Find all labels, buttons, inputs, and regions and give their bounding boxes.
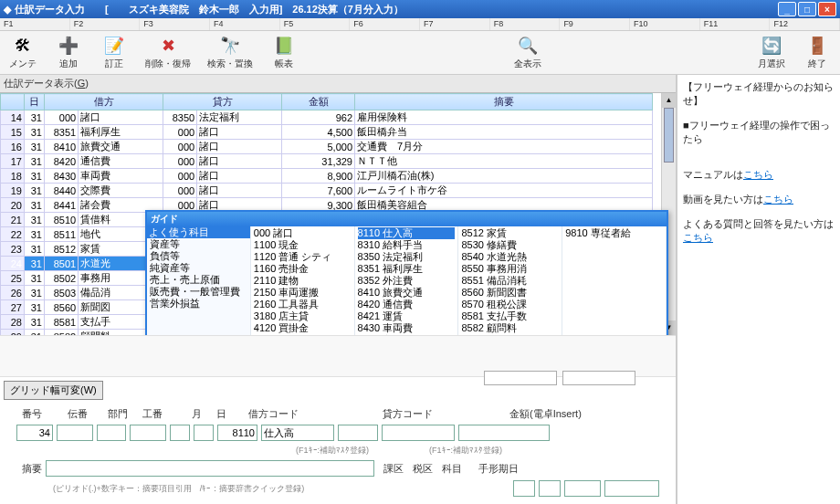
guide-item[interactable]: 4140 未払金 — [254, 334, 352, 335]
aux-input-2[interactable] — [562, 371, 635, 385]
memo-input[interactable] — [46, 460, 374, 477]
scroll-thumb[interactable] — [664, 108, 674, 163]
grid-width-button[interactable]: グリッド幅可変(W) — [4, 381, 103, 400]
guide-item[interactable]: 1120 普通 シティ — [254, 251, 352, 263]
guide-item[interactable]: 8351 福利厚生 — [358, 263, 456, 275]
maximize-button[interactable]: □ — [798, 2, 816, 16]
pencil-icon: 📝 — [103, 35, 125, 57]
guide-item[interactable]: 8350 法定福利 — [358, 251, 456, 263]
guide-item[interactable]: 8410 旅費交通 — [358, 287, 456, 299]
guide-cat-item[interactable]: 負債等 — [150, 250, 247, 262]
aux-input-1[interactable] — [484, 371, 557, 385]
no-input[interactable] — [16, 425, 53, 441]
kou-input[interactable] — [130, 425, 166, 441]
zei-label: 税区 — [413, 462, 433, 476]
amount-label: 金額(電卓Insert) — [509, 407, 582, 421]
guide-item-selected[interactable]: 8110 仕入高 — [358, 227, 456, 239]
table-row[interactable]: 18318430車両費000諸口8,900江戸川橋石油(株) — [1, 169, 653, 184]
fkey-F12: F12 — [770, 18, 840, 30]
crname-input[interactable] — [382, 425, 455, 441]
drname-input[interactable] — [261, 425, 334, 441]
drcode-label: 借方コード — [248, 407, 299, 421]
amount-input[interactable] — [458, 425, 550, 441]
faq-link[interactable]: こちら — [683, 232, 713, 243]
guide-item[interactable]: 8421 運賃 — [358, 310, 456, 322]
guide-item[interactable]: 1160 売掛金 — [254, 263, 352, 275]
guide-item[interactable]: 1100 現金 — [254, 239, 352, 251]
guide-item[interactable]: 2150 車両運搬 — [254, 287, 352, 299]
scroll-up-icon[interactable]: ▲ — [662, 93, 676, 108]
month-input[interactable] — [170, 425, 190, 441]
guide-cat-item[interactable]: 営業外損益 — [150, 298, 247, 310]
delete-button[interactable]: ✖削除・復帰 — [137, 32, 199, 74]
guide-item[interactable]: 8592 減価償却 — [461, 334, 559, 335]
delete-icon: ✖ — [157, 35, 179, 57]
table-row[interactable]: 19318440交際費000諸口7,600ルームライト市ケ谷 — [1, 184, 653, 198]
month-button[interactable]: 🔄月選択 — [749, 32, 794, 74]
table-row[interactable]: 15318351福利厚生000諸口4,500飯田橋弁当 — [1, 125, 653, 140]
exit-button[interactable]: 🚪終了 — [794, 32, 840, 74]
video-link[interactable]: こちら — [763, 194, 793, 205]
fkey-F4: F4 — [210, 18, 280, 30]
guide-item[interactable]: 8581 支払手数 — [461, 310, 559, 322]
guide-cat-item[interactable]: 販売費・一般管理費 — [150, 286, 247, 298]
magnifier-icon: 🔍 — [517, 35, 539, 57]
guide-item[interactable]: 000 諸口 — [254, 227, 352, 239]
edit-button[interactable]: 📝訂正 — [91, 32, 137, 74]
table-row[interactable]: 16318410旅費交通000諸口5,000交通費 7月分 — [1, 140, 653, 154]
add-button[interactable]: ➕追加 — [46, 32, 91, 74]
guide-item[interactable]: 8440 交際費 — [358, 334, 456, 335]
minimize-button[interactable]: _ — [778, 2, 796, 16]
guide-item[interactable]: 2160 工具器具 — [254, 299, 352, 310]
guide-item[interactable]: 8560 新聞図書 — [461, 287, 559, 299]
guide-cat-item[interactable]: 売上・売上原価 — [150, 274, 247, 286]
report-icon: 📗 — [273, 35, 295, 57]
guide-cat-item[interactable]: 資産等 — [150, 238, 247, 250]
guide-item[interactable]: 3180 店主貸 — [254, 310, 352, 322]
dr-hint: (F1ｷｰ:補助ﾏｽﾀ登録) — [296, 445, 369, 457]
guide-item[interactable]: 8420 通信費 — [358, 299, 456, 310]
table-row[interactable]: 17318420通信費000諸口31,329ＮＴＴ他 — [1, 154, 653, 169]
guide-item[interactable]: 8582 顧問料 — [461, 322, 559, 334]
search-button[interactable]: 🔭検索・置換 — [199, 32, 261, 74]
drcode-input[interactable] — [217, 425, 257, 441]
guide-item[interactable]: 4120 買掛金 — [254, 322, 352, 334]
showall-button[interactable]: 🔍全表示 — [505, 32, 551, 74]
ka-label: 課区 — [383, 462, 404, 476]
guide-item[interactable]: 8570 租税公課 — [461, 299, 559, 310]
tegata-input[interactable] — [604, 480, 659, 497]
table-row[interactable]: 1431000諸口8350法定福利962雇用保険料 — [1, 110, 653, 125]
report-button[interactable]: 📗帳表 — [261, 32, 307, 74]
crcode-label: 貸方コード — [383, 407, 433, 421]
guide-item[interactable]: 2110 建物 — [254, 275, 352, 287]
guide-title: ガイド — [147, 212, 667, 226]
guide-item[interactable]: 8310 給料手当 — [358, 239, 456, 251]
app-icon: ◆ — [4, 4, 11, 16]
ka-input[interactable] — [513, 480, 535, 497]
fkey-F1: F1 — [0, 18, 70, 30]
month-label: 月 — [192, 407, 202, 421]
day-input[interactable] — [194, 425, 214, 441]
manual-link[interactable]: こちら — [743, 169, 773, 180]
guide-item[interactable]: 8551 備品消耗 — [461, 275, 559, 287]
guide-cat-item[interactable]: 純資産等 — [150, 262, 247, 274]
kamoku-input[interactable] — [564, 480, 601, 497]
maint-button[interactable]: 🛠メンテ — [0, 32, 46, 74]
fkey-F2: F2 — [70, 18, 141, 30]
crcode-input[interactable] — [338, 425, 378, 441]
guide-item[interactable]: 8512 家賃 — [461, 227, 559, 239]
guide-item[interactable]: 9810 専従者給 — [565, 227, 663, 239]
den-input[interactable] — [57, 425, 93, 441]
guide-item[interactable]: 8430 車両費 — [358, 322, 456, 334]
guide-cat-header: よく使う科目 — [147, 226, 250, 238]
guide-item[interactable]: 8530 修繕費 — [461, 239, 559, 251]
guide-item[interactable]: 8550 事務用消 — [461, 263, 559, 275]
zei-input[interactable] — [539, 480, 561, 497]
guide-item[interactable]: 8352 外注費 — [358, 275, 456, 287]
close-button[interactable]: × — [818, 2, 836, 16]
window-title: 仕訳データ入力 [ スズキ美容院 鈴木一郎 入力用] 26.12決算（7月分入力… — [15, 3, 404, 16]
grid-header-link[interactable]: 仕訳データ表示(G) — [4, 77, 89, 90]
guide-item[interactable]: 8540 水道光熱 — [461, 251, 559, 263]
bumon-input[interactable] — [97, 425, 126, 441]
info-line-1: 【フリーウェイ経理からのお知らせ】 — [683, 80, 835, 108]
